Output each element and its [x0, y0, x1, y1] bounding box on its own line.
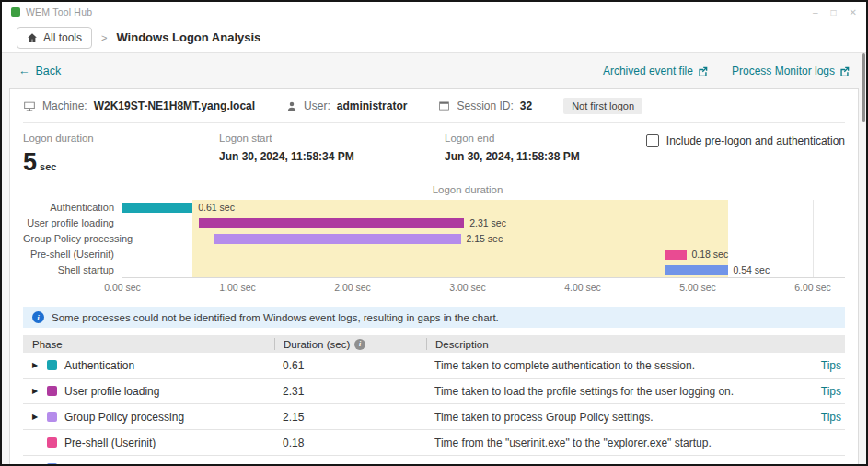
- chart-x-axis: 0.00 sec1.00 sec2.00 sec3.00 sec4.00 sec…: [122, 278, 846, 295]
- duration-info-icon[interactable]: i: [354, 339, 365, 350]
- expand-caret-icon[interactable]: ▶: [32, 413, 40, 421]
- close-icon[interactable]: ✕: [850, 7, 857, 17]
- session-info-bar: Machine: W2K19ST-NE1H8MT.yang.local User…: [23, 89, 845, 123]
- session-window-icon: [438, 100, 450, 111]
- chart-bar[interactable]: [122, 203, 192, 213]
- machine-label: Machine:: [42, 99, 87, 112]
- info-icon: i: [32, 311, 44, 323]
- tips-cell: Tips: [803, 462, 845, 466]
- back-button[interactable]: ← Back: [18, 64, 61, 77]
- app-title: WEM Tool Hub: [26, 6, 92, 17]
- chart-category-label: Pre-shell (Userinit): [23, 247, 122, 262]
- logon-end-value: Jun 30, 2024, 11:58:38 PM: [445, 150, 580, 163]
- logon-duration-chart: Logon duration AuthenticationUser profil…: [23, 184, 845, 295]
- back-arrow-icon: ←: [18, 64, 30, 77]
- info-banner-text: Some processes could not be identified f…: [52, 312, 499, 323]
- logon-start-label: Logon start: [219, 133, 445, 144]
- all-tools-button[interactable]: All tools: [17, 27, 92, 49]
- tips-link[interactable]: Tips: [821, 385, 841, 398]
- tips-link[interactable]: Tips: [821, 411, 841, 424]
- chart-category-label: User profile loading: [23, 216, 122, 231]
- all-tools-label: All tools: [43, 31, 82, 44]
- logon-start-metric: Logon start Jun 30, 2024, 11:58:34 PM: [219, 133, 445, 163]
- title-bar: WEM Tool Hub – □ ✕: [2, 2, 866, 22]
- app-logo-icon: [11, 7, 20, 17]
- phase-color-swatch: [47, 386, 57, 396]
- phase-label: Shell startup: [64, 462, 126, 466]
- duration-cell: 0.18: [274, 437, 426, 449]
- duration-cell: 2.15: [274, 411, 426, 424]
- archived-event-file-link[interactable]: Archived event file: [603, 64, 708, 77]
- tips-link[interactable]: Tips: [821, 462, 841, 466]
- app-window: WEM Tool Hub – □ ✕ All tools > Windows L…: [0, 0, 868, 466]
- description-cell: Time taken to run shell startup.: [426, 462, 803, 466]
- duration-cell: 0.61: [274, 359, 426, 372]
- logon-duration-unit: sec: [40, 161, 56, 172]
- phase-cell: ▶Authentication: [23, 359, 274, 372]
- process-monitor-logs-link[interactable]: Process Monitor logs: [732, 64, 850, 77]
- tips-link[interactable]: Tips: [821, 359, 841, 372]
- monitor-icon: [23, 100, 36, 112]
- page-body: ← Back Archived event file Process Monit…: [2, 53, 866, 466]
- chart-bar-value-label: 2.15 sec: [467, 234, 503, 244]
- chart-right-gridline: [813, 200, 814, 277]
- minimize-icon[interactable]: –: [813, 7, 818, 17]
- external-link-icon: [698, 66, 708, 76]
- user-label: User:: [304, 99, 330, 112]
- chart-axis-tick-label: 0.00 sec: [104, 282, 141, 293]
- chart-plot: 0.61 sec2.31 sec2.15 sec0.18 sec0.54 sec: [122, 200, 845, 278]
- analysis-card: Machine: W2K19ST-NE1H8MT.yang.local User…: [9, 88, 859, 466]
- description-cell: Time taken to process Group Policy setti…: [426, 411, 803, 424]
- logon-duration-label: Logon duration: [23, 133, 219, 144]
- chart-axis-tick-label: 6.00 sec: [794, 282, 831, 293]
- toolbar-row: ← Back Archived event file Process Monit…: [9, 53, 859, 88]
- include-prelogon-checkbox[interactable]: [646, 134, 659, 147]
- phase-color-swatch: [47, 412, 57, 422]
- chart-bar-value-label: 2.31 sec: [469, 218, 506, 228]
- metrics-row: Logon duration 5sec Logon start Jun 30, …: [23, 133, 845, 175]
- expand-caret-icon[interactable]: ▶: [32, 361, 40, 369]
- session-id-info: Session ID: 32: [438, 99, 532, 112]
- duration-cell: 0.54: [274, 462, 426, 466]
- chart-bar[interactable]: [665, 265, 728, 275]
- chart-bar[interactable]: [214, 234, 461, 244]
- user-icon: [286, 100, 297, 112]
- external-link-icon: [839, 66, 850, 76]
- table-row: ▶Shell startup0.54Time taken to run shel…: [23, 456, 845, 466]
- user-value: administrator: [337, 99, 408, 112]
- chart-bar[interactable]: [665, 250, 687, 260]
- chart-title: Logon duration: [122, 184, 813, 200]
- include-prelogon-label: Include pre-logon and authentication: [666, 134, 845, 147]
- header-description: Description: [426, 338, 845, 350]
- header-duration: Duration (sec) i: [274, 338, 426, 350]
- description-cell: Time taken to load the profile settings …: [426, 385, 803, 398]
- header-phase: Phase: [23, 339, 274, 350]
- archived-event-file-label: Archived event file: [603, 64, 693, 77]
- breadcrumb: All tools > Windows Logon Analysis: [2, 22, 866, 53]
- expand-caret-icon[interactable]: ▶: [32, 387, 40, 395]
- tips-cell: Tips: [803, 385, 845, 398]
- maximize-icon[interactable]: □: [831, 7, 837, 17]
- description-cell: Time taken to complete authentication to…: [426, 359, 803, 372]
- chart-category-label: Authentication: [23, 200, 122, 216]
- vertical-scrollbar[interactable]: [862, 53, 865, 122]
- chart-axis-tick-label: 5.00 sec: [679, 282, 716, 293]
- logon-duration-value: 5: [23, 148, 37, 176]
- phase-table-body: ▶Authentication0.61Time taken to complet…: [23, 353, 845, 466]
- chart-category-label: Shell startup: [23, 262, 122, 278]
- phase-color-swatch: [47, 360, 57, 370]
- phase-cell: ▶Group Policy processing: [23, 411, 274, 424]
- table-row: ▶Group Policy processing2.15Time taken t…: [23, 404, 845, 430]
- phase-label: Authentication: [64, 359, 134, 372]
- phase-table-header: Phase Duration (sec) i Description: [23, 335, 845, 353]
- logon-start-value: Jun 30, 2024, 11:58:34 PM: [219, 150, 445, 163]
- logon-duration-metric: Logon duration 5sec: [23, 133, 219, 175]
- table-row: Pre-shell (Userinit)0.18Time from the "u…: [23, 430, 845, 456]
- tips-cell: Tips: [803, 411, 845, 424]
- phase-label: Pre-shell (Userinit): [64, 437, 156, 449]
- phase-color-swatch: [47, 437, 57, 448]
- description-cell: Time from the "userinit.exe" to the "exp…: [426, 437, 803, 449]
- process-monitor-logs-label: Process Monitor logs: [732, 64, 835, 77]
- chart-bar[interactable]: [199, 218, 465, 228]
- machine-value: W2K19ST-NE1H8MT.yang.local: [94, 99, 255, 112]
